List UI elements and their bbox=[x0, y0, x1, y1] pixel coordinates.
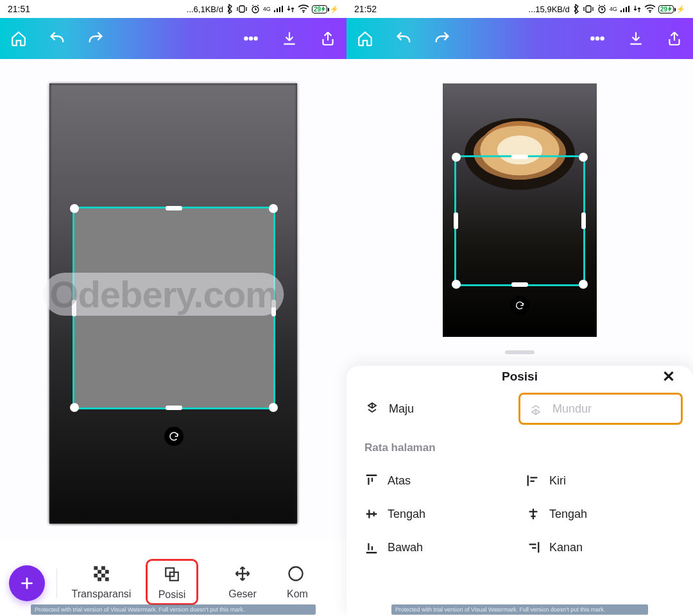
tool-kom[interactable]: Kom bbox=[287, 564, 316, 600]
rotate-handle[interactable] bbox=[510, 296, 529, 315]
bluetooth-icon bbox=[572, 4, 580, 14]
align-bottom-icon bbox=[364, 540, 379, 554]
download-button[interactable] bbox=[280, 29, 299, 48]
resize-handle-r[interactable] bbox=[581, 212, 586, 229]
tool-geser[interactable]: Geser bbox=[210, 564, 275, 600]
status-bar: 21:52 ...15,9KB/d 4G 29 ⚡ bbox=[346, 0, 693, 18]
wifi-data-icon bbox=[286, 5, 295, 13]
svg-rect-12 bbox=[98, 578, 101, 581]
align-atas[interactable]: Atas bbox=[364, 474, 513, 488]
more-button[interactable] bbox=[588, 29, 607, 48]
share-button[interactable] bbox=[665, 29, 684, 48]
svg-rect-9 bbox=[105, 570, 109, 574]
svg-rect-0 bbox=[239, 6, 244, 12]
option-label: Kanan bbox=[549, 541, 583, 554]
home-button[interactable] bbox=[355, 29, 375, 48]
resize-handle-t[interactable] bbox=[511, 155, 528, 159]
vibrate-icon bbox=[583, 5, 594, 13]
svg-point-16 bbox=[289, 567, 303, 581]
align-tengah-h[interactable]: Tengah bbox=[526, 507, 675, 521]
align-bawah[interactable]: Bawah bbox=[364, 540, 513, 554]
undo-button[interactable] bbox=[394, 29, 413, 48]
divider bbox=[56, 569, 57, 598]
resize-handle-tl[interactable] bbox=[70, 204, 79, 213]
home-button[interactable] bbox=[9, 29, 28, 48]
svg-rect-11 bbox=[101, 574, 105, 578]
align-center-icon bbox=[526, 507, 540, 521]
svg-point-21 bbox=[596, 37, 599, 40]
design-canvas[interactable] bbox=[443, 83, 597, 337]
phone-left: 21:51 ...6,1KB/d 4G 29 ⚡ bbox=[0, 0, 346, 616]
svg-rect-6 bbox=[94, 566, 98, 570]
send-backward-icon bbox=[528, 401, 543, 416]
share-button[interactable] bbox=[318, 29, 338, 48]
option-label: Tengah bbox=[388, 508, 425, 521]
svg-point-5 bbox=[254, 37, 257, 40]
svg-point-4 bbox=[250, 37, 252, 40]
bluetooth-icon bbox=[226, 4, 234, 14]
sim-4g: 4G bbox=[263, 6, 271, 12]
close-button[interactable]: ✕ bbox=[662, 368, 675, 386]
align-right-icon bbox=[526, 540, 540, 554]
download-button[interactable] bbox=[626, 29, 646, 48]
option-label: Kiri bbox=[549, 474, 566, 488]
rotate-handle[interactable] bbox=[164, 427, 184, 446]
vibrate-icon bbox=[236, 5, 248, 13]
option-label: Bawah bbox=[388, 541, 423, 554]
canvas-area[interactable] bbox=[0, 59, 346, 616]
align-tengah-v[interactable]: Tengah bbox=[364, 507, 513, 521]
status-net: ...6,1KB/d bbox=[187, 4, 223, 14]
resize-handle-b[interactable] bbox=[166, 406, 182, 410]
watermark-strip: Protected with trial version of Visual W… bbox=[391, 604, 648, 615]
tool-label: Kom bbox=[287, 588, 308, 600]
wifi-icon bbox=[644, 4, 656, 13]
resize-handle-l[interactable] bbox=[454, 212, 458, 229]
tool-posisi[interactable]: Posisi bbox=[146, 559, 198, 605]
battery-icon: 29 bbox=[312, 5, 327, 13]
resize-handle-br[interactable] bbox=[579, 280, 588, 289]
option-label: Mundur bbox=[552, 402, 592, 416]
align-kiri[interactable]: Kiri bbox=[526, 474, 675, 488]
position-icon bbox=[164, 565, 180, 584]
redo-button[interactable] bbox=[432, 29, 452, 48]
app-toolbar bbox=[346, 18, 693, 59]
charging-icon: ⚡ bbox=[330, 5, 339, 13]
svg-rect-10 bbox=[94, 574, 98, 578]
align-kanan[interactable]: Kanan bbox=[526, 540, 675, 554]
resize-handle-br[interactable] bbox=[269, 403, 278, 412]
align-middle-icon bbox=[364, 507, 379, 521]
resize-handle-tr[interactable] bbox=[269, 204, 278, 213]
status-time: 21:51 bbox=[8, 4, 30, 14]
svg-rect-7 bbox=[101, 566, 105, 570]
svg-point-22 bbox=[601, 37, 603, 40]
resize-handle-bl[interactable] bbox=[452, 280, 461, 289]
resize-handle-bl[interactable] bbox=[70, 403, 79, 412]
position-sheet: Posisi ✕ Maju Mundur Rata halaman Atas bbox=[346, 366, 693, 616]
resize-handle-t[interactable] bbox=[166, 206, 182, 210]
add-fab[interactable] bbox=[9, 565, 45, 601]
redo-button[interactable] bbox=[86, 29, 105, 48]
svg-rect-8 bbox=[98, 570, 101, 574]
svg-rect-13 bbox=[105, 578, 109, 581]
option-maju[interactable]: Maju bbox=[364, 399, 513, 418]
sim-4g: 4G bbox=[610, 6, 617, 12]
option-label: Tengah bbox=[549, 508, 587, 521]
selection-box[interactable] bbox=[454, 155, 585, 286]
status-right: ...6,1KB/d 4G 29 ⚡ bbox=[187, 4, 339, 14]
more-button[interactable] bbox=[241, 29, 261, 48]
tool-transparansi[interactable]: Transparansi bbox=[69, 564, 134, 600]
undo-button[interactable] bbox=[47, 29, 67, 48]
app-toolbar bbox=[0, 18, 346, 59]
align-top-icon bbox=[364, 474, 379, 488]
signal-icon bbox=[620, 5, 630, 13]
status-bar: 21:51 ...6,1KB/d 4G 29 ⚡ bbox=[0, 0, 346, 18]
resize-handle-tl[interactable] bbox=[452, 153, 461, 162]
alarm-icon bbox=[597, 4, 607, 14]
watermark-text: Odebery.com bbox=[43, 273, 284, 316]
resize-handle-tr[interactable] bbox=[579, 153, 588, 162]
battery-icon: 29 bbox=[658, 5, 674, 13]
signal-icon bbox=[273, 5, 284, 13]
wifi-icon bbox=[298, 4, 309, 13]
resize-handle-b[interactable] bbox=[511, 282, 528, 287]
align-left-icon bbox=[526, 474, 540, 488]
